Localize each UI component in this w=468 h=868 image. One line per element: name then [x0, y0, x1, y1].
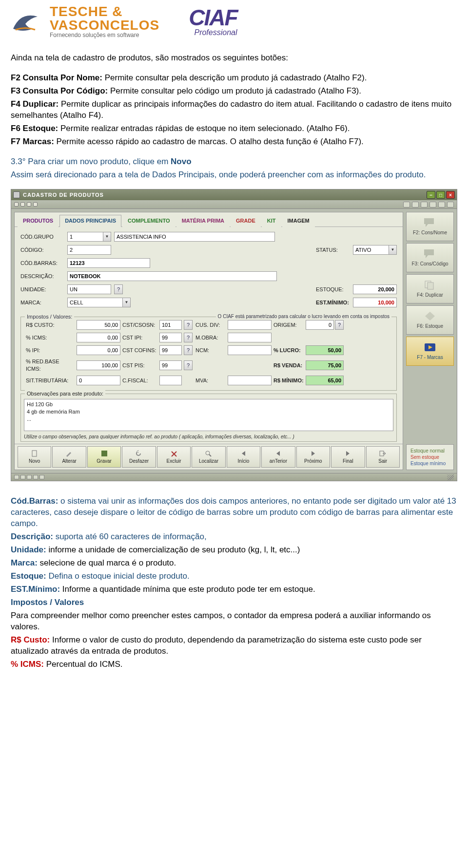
help-icon[interactable]: ?: [184, 360, 193, 370]
app-icon: [13, 191, 20, 198]
excluir-button[interactable]: Excluir: [157, 446, 191, 468]
strip-tool[interactable]: [447, 202, 454, 208]
iv-title: Impostos / Valores: [11, 597, 457, 608]
input-sittrib[interactable]: [77, 376, 120, 385]
input-rsvenda[interactable]: [306, 360, 344, 370]
input-picms[interactable]: [77, 333, 120, 342]
tab-complemento[interactable]: COMPLEMENTO: [122, 215, 176, 227]
strip-tool[interactable]: [403, 202, 410, 208]
strip-dot: [14, 202, 19, 207]
intro: Ainda na tela de cadastro de produtos, s…: [11, 53, 457, 64]
f7-marcas-button[interactable]: F7 - Marcas: [406, 337, 454, 366]
f3-cons-codigo-button[interactable]: F3: Cons/Código: [406, 243, 454, 272]
input-rsminimo[interactable]: [306, 376, 344, 385]
input-codigo[interactable]: [67, 245, 111, 255]
prev-icon: [274, 450, 282, 457]
strip-tool[interactable]: [421, 202, 428, 208]
help-icon[interactable]: ?: [114, 284, 123, 294]
f2-cons-nome-button[interactable]: F2: Cons/Nome: [406, 212, 454, 241]
menu-strip: [11, 200, 457, 209]
desfazer-button[interactable]: Desfazer: [122, 446, 156, 468]
strip-dot: [27, 202, 31, 207]
input-plucro[interactable]: [306, 345, 344, 355]
s33a: 3.3° Para criar um novo produto, clique …: [11, 157, 171, 166]
help-icon[interactable]: ?: [184, 320, 193, 330]
input-mva[interactable]: [228, 376, 272, 385]
f6-title: F6 Estoque:: [11, 124, 58, 133]
input-ncm[interactable]: [228, 345, 272, 355]
stock-legend: Estoque normal Sem estoque Estoque mínim…: [406, 444, 454, 470]
input-cstcofins[interactable]: [159, 345, 182, 355]
input-mobra[interactable]: [228, 333, 272, 342]
search-icon: [205, 450, 213, 457]
input-estoque[interactable]: [353, 284, 397, 294]
tab-kit[interactable]: KIT: [262, 215, 281, 227]
help-icon[interactable]: ?: [184, 333, 193, 342]
anterior-button[interactable]: anTerior: [261, 446, 295, 468]
f2-text: Permite consultar pela descrição um prod…: [102, 73, 367, 82]
close-button[interactable]: ×: [446, 191, 455, 199]
sb-cell: [39, 475, 44, 479]
input-cfiscal[interactable]: [159, 376, 182, 385]
f7-text: Permite acesso rápido ao cadastro de mar…: [54, 137, 364, 146]
input-rscusto[interactable]: [77, 320, 120, 330]
input-origem[interactable]: [306, 320, 334, 330]
input-cusdiv[interactable]: [228, 320, 272, 330]
uni-title: Unidade:: [11, 545, 48, 554]
titlebar: CADASTRO DE PRODUTOS – □ ×: [11, 189, 457, 200]
maximize-button[interactable]: □: [436, 191, 445, 199]
tab-materia-prima[interactable]: MATÉRIA PRIMA: [176, 215, 230, 227]
input-pipi[interactable]: [77, 345, 120, 355]
label-plucro: % LUCRO:: [273, 347, 304, 354]
f4-duplicar-button[interactable]: F4: Duplicar: [406, 274, 454, 303]
rsc-title: R$ Custo:: [11, 635, 50, 644]
rsc-text: Informe o valor de custo do produto, dep…: [11, 635, 422, 656]
strip-tool[interactable]: [412, 202, 419, 208]
help-icon[interactable]: ?: [335, 320, 344, 330]
final-button[interactable]: Final: [331, 446, 365, 468]
fieldset-legend: Impostos / Valores:: [25, 313, 74, 321]
input-descricao[interactable]: [67, 271, 277, 281]
f6-estoque-button[interactable]: F6: Estoque: [406, 305, 454, 335]
tab-grade[interactable]: GRADE: [231, 215, 261, 227]
resize-grip-icon[interactable]: [447, 474, 454, 480]
marca-text: selecione de qual marca é o produto.: [40, 558, 176, 567]
strip-tool[interactable]: [429, 202, 436, 208]
gravar-button[interactable]: Gravar: [87, 446, 121, 468]
minimize-button[interactable]: –: [427, 191, 435, 199]
inicio-button[interactable]: Início: [227, 446, 260, 468]
label-mva: MVA:: [195, 377, 226, 384]
alterar-button[interactable]: Alterar: [52, 446, 86, 468]
help-icon[interactable]: ?: [184, 345, 193, 355]
input-predbase[interactable]: [77, 360, 120, 370]
tab-produtos[interactable]: PRODUTOS: [18, 215, 58, 227]
tab-dados-principais[interactable]: DADOS PRINCIPAIS: [59, 215, 121, 227]
input-marca[interactable]: [67, 298, 131, 307]
chevron-down-icon[interactable]: ▼: [389, 245, 396, 254]
svg-rect-0: [32, 451, 37, 456]
chevron-down-icon[interactable]: ▼: [122, 298, 130, 307]
tab-imagem[interactable]: IMAGEM: [282, 215, 315, 227]
input-cstcsosn[interactable]: [159, 320, 182, 330]
logo-tv-line2: VASCONCELOS: [50, 19, 159, 32]
input-grupo-nome[interactable]: [114, 232, 275, 242]
novo-button[interactable]: Novo: [18, 446, 51, 468]
input-unidade[interactable]: [67, 284, 111, 294]
input-codbarras[interactable]: [67, 258, 150, 268]
input-cstpis[interactable]: [159, 360, 182, 370]
input-estminimo[interactable]: [353, 298, 397, 307]
input-cstipi[interactable]: [159, 333, 182, 342]
svg-rect-6: [428, 283, 433, 289]
fieldset-hint: O CIAF está parametrizado para calcular …: [216, 313, 391, 320]
proximo-button[interactable]: Próximo: [296, 446, 330, 468]
chevron-down-icon[interactable]: ▼: [103, 232, 111, 241]
textarea-observacoes[interactable]: Hd 120 Gb 4 gb de memória Ram ...: [24, 399, 393, 431]
s33b: Novo: [171, 157, 192, 166]
obs-hint: Utilize o campo observações, para qualqu…: [21, 432, 396, 442]
label-estoque: ESTOQUE:: [316, 286, 350, 293]
strip-tool[interactable]: [438, 202, 445, 208]
localizar-button[interactable]: Localizar: [192, 446, 225, 468]
save-icon: [100, 450, 108, 457]
label-descricao: DESCRIÇÃO:: [20, 273, 64, 280]
sair-button[interactable]: Sair: [366, 446, 400, 468]
